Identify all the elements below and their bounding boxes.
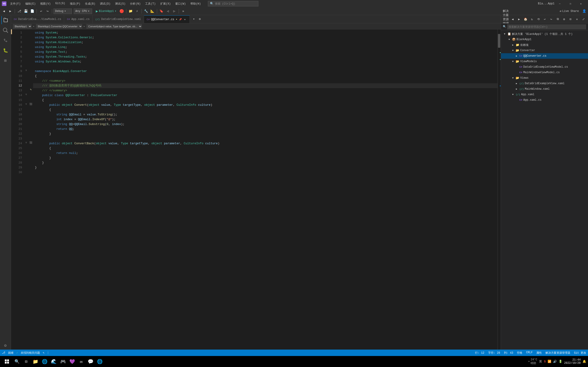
toolbar-icon-5[interactable]: 📁 (128, 8, 134, 14)
toolbar-icon-7[interactable]: 🔧 (143, 8, 149, 14)
source-control-icon[interactable]: ⎇ (16, 8, 22, 14)
tree-mainwindow-viewmodel[interactable]: C# MainWindowViewModel.cs (501, 70, 588, 75)
menu-file[interactable]: 文件(F) (8, 1, 23, 7)
tab-settings-button[interactable]: ⚙ (197, 16, 203, 22)
collapse-namespace[interactable]: ▽ (26, 69, 27, 72)
taskbar-wechat[interactable]: 💬 (86, 357, 95, 366)
activity-source-control[interactable] (1, 36, 10, 44)
status-panel3[interactable]: Git 更改 (574, 351, 586, 355)
panel-nav-back[interactable]: ◀ (510, 17, 515, 22)
nav-back-button[interactable]: ◀ (1, 8, 7, 14)
menu-debug[interactable]: 调试(D) (98, 1, 113, 7)
menu-git[interactable]: Git(G) (53, 1, 68, 7)
tree-app-xamlcs[interactable]: C# App.xaml.cs (501, 97, 588, 103)
tree-datagrid-view[interactable]: ▶ ⟨/⟩ DataGridExampleView.xaml (501, 81, 588, 86)
tree-views-folder[interactable]: ▼ 📂 Views (501, 75, 588, 81)
toolbar-icon-6[interactable]: ⚡ (134, 8, 140, 14)
bookmark-next[interactable]: ▷ (171, 8, 177, 14)
panel-sync[interactable]: ↻ (529, 17, 535, 22)
tree-solution[interactable]: ▼ 📋 解决方案 'BlankApp1' (1 个项目，共 1 个) (501, 31, 588, 37)
tree-project[interactable]: ▼ 📦 BlankApp1 (501, 37, 588, 42)
taskbar-mail[interactable]: ✉ (77, 357, 86, 366)
tree-dependencies[interactable]: ▶ 📁 依赖项 (501, 42, 588, 48)
menu-test[interactable]: 测试(S) (113, 1, 128, 7)
activity-extensions[interactable]: ⊞ (1, 56, 10, 65)
save-all-button[interactable]: 📄 (29, 8, 35, 14)
taskbar-search[interactable]: 🔍 (13, 357, 21, 366)
taskbar-taskview[interactable]: ⊟ (22, 357, 30, 366)
tab-list-button[interactable]: ▾ (191, 16, 197, 22)
menu-view[interactable]: 视图(V) (38, 1, 53, 7)
tray-notification[interactable]: 🔔 (582, 360, 586, 363)
method-selector[interactable]: Convert(object value, Type targetType, o… (86, 24, 142, 29)
solution-search-input[interactable] (507, 24, 586, 29)
tray-battery[interactable]: 🔋 (559, 360, 562, 363)
collapse-method1[interactable]: ▽ (26, 103, 27, 106)
panel-expand[interactable]: ⤢ (581, 17, 586, 22)
nav-forward-button[interactable]: ▶ (7, 8, 13, 14)
editor-scrollbar[interactable] (498, 29, 501, 350)
taskbar-file-explorer[interactable]: 📁 (31, 357, 40, 366)
menu-project[interactable]: 项目(P) (68, 1, 83, 7)
tree-datagrid-viewmodel[interactable]: C# DataGridExampleViewModel.cs (501, 64, 588, 70)
namespace-selector[interactable]: BlankApp1.Converter.QQConverter (36, 24, 82, 29)
taskbar-app1[interactable]: 🎮 (59, 357, 67, 366)
tray-volume[interactable]: 🔊 (553, 360, 557, 363)
bookmark-prev[interactable]: ◁ (165, 8, 171, 14)
tab-close-button[interactable]: ✕ (183, 18, 187, 21)
taskbar-chrome[interactable]: 🌐 (40, 357, 49, 366)
tab-appxamlcs[interactable]: C# App.xaml.cs (64, 15, 92, 23)
panel-close[interactable]: ✕ (574, 17, 580, 22)
tree-converter-folder[interactable]: ▼ 📂 Converter (501, 48, 588, 53)
activity-search[interactable] (1, 26, 10, 34)
activity-settings[interactable]: ⚙ (1, 341, 10, 350)
panel-redo[interactable]: ↪ (548, 17, 554, 22)
tray-network[interactable]: 📶 (548, 360, 551, 363)
tree-app-xaml[interactable]: ▼ ⟨/⟩ App.xaml (501, 92, 588, 97)
tray-sogou[interactable]: S (544, 360, 546, 363)
debug-config-dropdown[interactable]: Debug ▾ (53, 8, 72, 14)
status-panel1[interactable]: 属性 (536, 351, 542, 355)
tree-mainwindow[interactable]: ▶ ⟨/⟩ MainWindow.xaml (501, 86, 588, 92)
restore-button[interactable]: ❐ (565, 0, 576, 7)
menu-build[interactable]: 生成(B) (83, 1, 98, 7)
collapse-class[interactable]: ▽ (26, 93, 27, 96)
menu-window[interactable]: 窗口(W) (173, 1, 188, 7)
panel-home[interactable]: 🏠 (523, 17, 528, 22)
code-content[interactable]: using System; using System.Collections.G… (33, 29, 498, 350)
activity-debug[interactable]: 🐛 (1, 46, 10, 55)
menu-edit[interactable]: 编辑(E) (23, 1, 38, 7)
tab-qqconverter[interactable]: C# QQConverter.cs • 📌 ✕ (144, 15, 190, 23)
taskbar-edge[interactable]: 🌊 (50, 357, 58, 366)
minimize-button[interactable]: — (554, 0, 565, 7)
status-panel2[interactable]: 解决方案资源管理器 (545, 351, 570, 355)
save-button[interactable]: 💾 (23, 8, 29, 14)
activity-explorer[interactable] (1, 16, 10, 24)
taskbar-browser2[interactable]: 🌐 (95, 357, 104, 366)
tree-qqconverter[interactable]: ▶ C# QQConverter.cs (501, 53, 588, 59)
collapse-method2[interactable]: ▽ (26, 141, 27, 144)
tree-viewmodels-folder[interactable]: ▼ 📂 ViewModels (501, 59, 588, 64)
taskbar-clock[interactable]: 21:44 2022/10/20 (564, 358, 581, 365)
live-share-button[interactable]: ⇄ Live Share (558, 9, 581, 13)
start-button[interactable] (2, 357, 12, 367)
panel-history[interactable]: ⟲ (536, 17, 541, 22)
panel-nav-forward[interactable]: ▶ (516, 17, 522, 22)
menu-help[interactable]: 帮助(H) (188, 1, 203, 7)
account-icon[interactable]: 👤 (581, 8, 587, 14)
attach-button[interactable]: 🔴 (119, 8, 125, 14)
panel-filter[interactable]: ⊟ (568, 17, 573, 22)
tab-datagridview[interactable]: ⟨/⟩ DataGridExampleView.xaml (93, 15, 144, 23)
tab-datagridviewmodel[interactable]: C# DataGridExa...ViewModel.cs (11, 15, 64, 23)
close-button[interactable]: ✕ (576, 0, 586, 7)
redo-button[interactable]: ↪ (44, 8, 51, 14)
menu-tools[interactable]: 工具(T) (143, 1, 158, 7)
taskbar-vs[interactable]: 💜 (68, 357, 76, 366)
toolbar-icon-8[interactable]: 📐 (149, 8, 156, 14)
run-button[interactable]: ▶ BlankApp1 ▾ (94, 8, 118, 14)
cpu-config-dropdown[interactable]: Any CPU ▾ (74, 8, 92, 14)
panel-settings[interactable]: ⚙ (561, 17, 567, 22)
tab-pin-icon[interactable]: 📌 (179, 18, 182, 21)
panel-undo[interactable]: ↩ (542, 17, 548, 22)
project-selector[interactable]: BlankApp1 (13, 24, 32, 29)
